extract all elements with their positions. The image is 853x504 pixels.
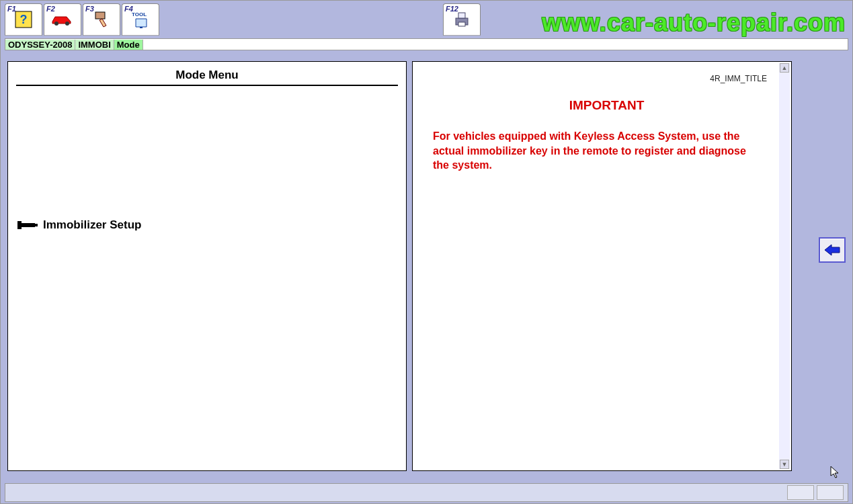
svg-text:?: ? (20, 13, 28, 26)
scroll-up-button[interactable]: ▲ (780, 63, 789, 73)
watermark-text: www.car-auto-repair.com (542, 9, 846, 37)
f2-label: F2 (46, 5, 55, 13)
info-panel: 4R_IMM_TITLE IMPORTANT For vehicles equi… (412, 61, 792, 471)
f2-vehicle-button[interactable]: F2 (44, 3, 81, 36)
svg-rect-4 (95, 12, 105, 19)
arrow-left-icon (823, 243, 841, 257)
svg-rect-9 (17, 221, 22, 229)
svg-text:TOOL: TOOL (132, 11, 147, 17)
f12-label: F12 (446, 5, 458, 13)
breadcrumb: ODYSSEY-2008 IMMOBI Mode (5, 38, 848, 50)
f12-print-button[interactable]: F12 (443, 3, 481, 36)
svg-rect-10 (22, 223, 35, 227)
f4-label: F4 (124, 5, 133, 13)
info-code-label: 4R_IMM_TITLE (710, 74, 767, 83)
f3-label: F3 (85, 5, 94, 13)
svg-rect-8 (458, 22, 465, 26)
menu-item-label: Immobilizer Setup (43, 218, 141, 232)
breadcrumb-item-system[interactable]: IMMOBI (75, 40, 114, 50)
main-area: Mode Menu Immobilizer Setup 4R_IMM_TITLE… (1, 50, 852, 472)
important-body-text: For vehicles equipped with Keyless Acces… (433, 129, 756, 173)
car-icon (50, 12, 75, 27)
mode-menu-panel: Mode Menu Immobilizer Setup (7, 61, 407, 471)
info-panel-wrap: 4R_IMM_TITLE IMPORTANT For vehicles equi… (412, 61, 805, 471)
f1-help-button[interactable]: F1 ? (5, 3, 42, 36)
info-scrollbar[interactable]: ▲ ▼ (779, 63, 790, 469)
status-bar (5, 483, 848, 502)
mode-menu-title: Mode Menu (16, 67, 398, 85)
chip-hand-icon (91, 9, 112, 30)
printer-icon (452, 10, 472, 29)
important-heading: IMPORTANT (433, 98, 780, 113)
svg-point-3 (65, 22, 69, 26)
toolbar: F1 ? F2 F3 F4 TOOL (1, 1, 852, 38)
menu-item-immobilizer-setup[interactable]: Immobilizer Setup (16, 218, 398, 233)
svg-point-2 (54, 22, 58, 26)
back-button[interactable] (819, 237, 846, 263)
scroll-down-button[interactable]: ▼ (780, 460, 789, 469)
svg-rect-11 (35, 224, 38, 226)
status-box-1 (787, 485, 814, 500)
f4-tool-button[interactable]: F4 TOOL (122, 3, 159, 36)
breadcrumb-item-mode[interactable]: Mode (114, 40, 143, 50)
f1-label: F1 (7, 5, 16, 13)
app-root: F1 ? F2 F3 F4 TOOL (0, 0, 853, 504)
pointing-hand-icon (16, 218, 39, 233)
help-icon: ? (14, 10, 33, 29)
status-box-2 (817, 485, 844, 500)
breadcrumb-item-vehicle[interactable]: ODYSSEY-2008 (5, 40, 75, 50)
f3-ecu-button[interactable]: F3 (83, 3, 120, 36)
svg-rect-7 (458, 13, 465, 18)
title-underline (16, 85, 398, 86)
